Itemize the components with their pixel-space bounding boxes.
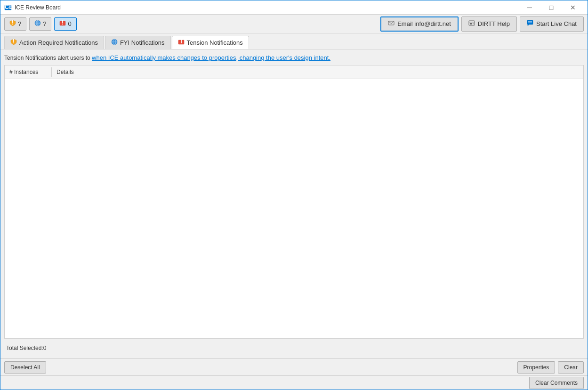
title-bar-left: ICE ICE Review Board	[4, 4, 61, 11]
live-chat-label: Start Live Chat	[536, 20, 577, 27]
tab-fyi-label: FYI Notifications	[120, 39, 165, 46]
dirtt-help-button[interactable]: DIRTT Help	[461, 16, 517, 32]
footer-bar: Clear Comments	[0, 375, 588, 390]
main-window: ICE ICE Review Board ─ □ ✕ ! ?	[0, 0, 588, 390]
shield-help-label: ?	[18, 20, 21, 27]
email-button[interactable]: Email info@dirtt.net	[380, 16, 459, 32]
email-label: Email info@dirtt.net	[397, 20, 451, 27]
dirtt-help-label: DIRTT Help	[478, 20, 510, 27]
tabs-bar: ! Action Required Notifications FYI Noti…	[0, 33, 588, 49]
description-link: when ICE automatically makes changes to …	[92, 54, 330, 61]
toolbar-right: Email info@dirtt.net DIRTT Help	[380, 16, 584, 32]
toolbar-left: ! ? ?	[4, 17, 378, 31]
bottom-toolbar-right: Properties Clear	[517, 361, 584, 374]
maximize-button[interactable]: □	[540, 0, 562, 15]
shield-help-button[interactable]: ! ?	[4, 17, 26, 31]
notifications-table[interactable]: # Instances Details	[4, 65, 584, 339]
email-icon	[388, 20, 395, 28]
tab-action-required[interactable]: ! Action Required Notifications	[4, 36, 104, 49]
bottom-toolbar-left: Deselect All	[4, 361, 46, 374]
globe-help-button[interactable]: ?	[29, 17, 51, 31]
svg-text:!: !	[62, 20, 64, 26]
clear-button[interactable]: Clear	[558, 361, 584, 374]
action-required-icon: !	[10, 39, 17, 47]
close-button[interactable]: ✕	[562, 0, 584, 15]
deselect-all-button[interactable]: Deselect All	[4, 361, 46, 374]
svg-rect-12	[470, 23, 472, 24]
notification-icon: !	[59, 20, 66, 28]
svg-text:!: !	[13, 39, 15, 45]
content-area: Tension Notifications alert users to whe…	[0, 49, 588, 358]
total-selected-label: Total Selected:	[6, 345, 43, 351]
tab-tension[interactable]: T Tension Notifications	[172, 36, 249, 49]
tab-fyi[interactable]: FYI Notifications	[105, 36, 171, 49]
chat-icon	[527, 20, 533, 28]
clear-comments-button[interactable]: Clear Comments	[529, 377, 584, 389]
app-icon: ICE	[4, 4, 12, 11]
notification-count-button[interactable]: ! 0	[54, 17, 76, 31]
toolbar: ! ? ?	[0, 15, 588, 33]
globe-help-label: ?	[43, 20, 46, 27]
minimize-button[interactable]: ─	[519, 0, 540, 15]
svg-text:T: T	[179, 39, 183, 45]
globe-icon	[34, 20, 41, 28]
table-header: # Instances Details	[5, 65, 583, 79]
title-bar: ICE ICE Review Board ─ □ ✕	[0, 0, 588, 15]
properties-button[interactable]: Properties	[517, 361, 556, 374]
svg-text:!: !	[12, 20, 14, 26]
total-selected-value: 0	[43, 345, 47, 351]
description-text: Tension Notifications alert users to whe…	[4, 53, 584, 62]
status-bar: Total Selected: 0	[4, 341, 584, 355]
help-icon	[468, 20, 475, 28]
svg-text:ICE: ICE	[4, 4, 12, 10]
tension-icon: T	[178, 39, 185, 47]
window-controls: ─ □ ✕	[519, 0, 584, 15]
tab-action-required-label: Action Required Notifications	[19, 39, 98, 46]
window-title: ICE Review Board	[15, 4, 61, 11]
live-chat-button[interactable]: Start Live Chat	[520, 16, 584, 32]
fyi-icon	[111, 39, 118, 47]
notification-count-label: 0	[68, 20, 71, 27]
tab-tension-label: Tension Notifications	[187, 39, 243, 46]
column-instances: # Instances	[5, 67, 52, 77]
bottom-toolbar: Deselect All Properties Clear	[0, 358, 588, 375]
column-details: Details	[52, 67, 583, 77]
shield-icon: !	[9, 20, 16, 28]
